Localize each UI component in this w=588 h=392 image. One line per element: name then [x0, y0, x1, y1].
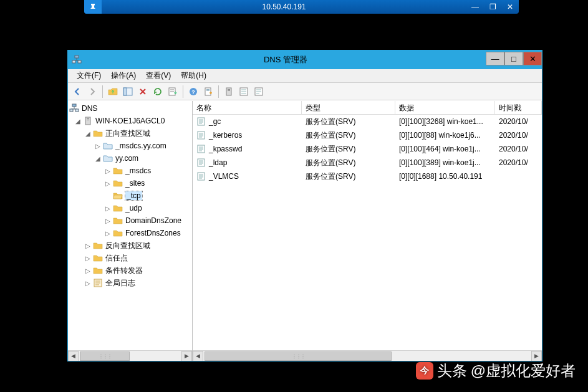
svg-rect-16: [228, 89, 230, 90]
scroll-right-button[interactable]: ▶: [531, 351, 542, 361]
tree-node-forestdnszones[interactable]: ▷ ForestDnsZones: [104, 227, 191, 239]
rdp-close-button[interactable]: ✕: [501, 0, 519, 14]
tree-node-tcp[interactable]: _tcp: [104, 189, 191, 202]
toolbar-refresh-button[interactable]: [151, 85, 165, 98]
scroll-track[interactable]: ⋮⋮⋮: [79, 351, 181, 361]
expander-closed-icon[interactable]: ▷: [84, 267, 92, 274]
expander-closed-icon[interactable]: ▷: [104, 179, 112, 187]
list-body[interactable]: _gc服务位置(SRV)[0][100][3268] win-koe1...20…: [193, 115, 542, 350]
list-row[interactable]: _ldap服务位置(SRV)[0][100][389] win-koe1j...…: [193, 156, 542, 170]
tree-server[interactable]: ◢ WIN-KOE1J6AGCL0: [74, 115, 191, 127]
rdp-pin-button[interactable]: [84, 0, 102, 14]
list-panel: 名称 类型 数据 时间戳 _gc服务位置(SRV)[0][100][3268] …: [193, 101, 542, 361]
scroll-thumb[interactable]: ⋮⋮⋮: [205, 351, 392, 361]
scroll-left-button[interactable]: ◀: [193, 351, 203, 361]
expander-closed-icon[interactable]: ▷: [104, 204, 112, 212]
expander-closed-icon[interactable]: ▷: [84, 279, 92, 287]
tree-node-sites[interactable]: ▷ _sites: [104, 177, 191, 189]
cell-name: _kerberos: [193, 130, 302, 140]
expander-spacer: [104, 192, 112, 199]
cell-type: 服务位置(SRV): [302, 158, 395, 168]
titlebar[interactable]: DNS 管理器 — □ ✕: [68, 50, 542, 69]
column-header-data[interactable]: 数据: [395, 101, 495, 114]
menu-view[interactable]: 查看(V): [141, 69, 176, 82]
toolbar-delete-button[interactable]: [136, 85, 150, 98]
svg-rect-29: [70, 109, 73, 112]
cell-data: [0][100][389] win-koe1j...: [395, 158, 495, 167]
server-icon: [83, 116, 93, 126]
list-row[interactable]: _VLMCS服务位置(SRV)[0][0][1688] 10.50.40.191: [193, 170, 542, 183]
tree-label: 条件转发器: [105, 265, 143, 276]
cell-type: 服务位置(SRV): [302, 144, 395, 155]
window-close-button[interactable]: ✕: [523, 52, 542, 65]
toolbar-show-hide-tree-button[interactable]: [121, 85, 135, 98]
scroll-thumb[interactable]: ⋮⋮⋮: [80, 351, 130, 361]
expander-closed-icon[interactable]: ▷: [104, 229, 112, 237]
scroll-track[interactable]: ⋮⋮⋮: [203, 351, 531, 361]
svg-rect-38: [198, 118, 205, 125]
tree-reverse-zones[interactable]: ▷ 反向查找区域: [84, 239, 191, 252]
list-row[interactable]: _gc服务位置(SRV)[0][100][3268] win-koe1...20…: [193, 115, 542, 128]
column-header-name[interactable]: 名称: [193, 101, 302, 114]
menu-help[interactable]: 帮助(H): [176, 69, 211, 82]
list-row[interactable]: _kerberos服务位置(SRV)[0][100][88] win-koe1j…: [193, 128, 542, 142]
tree-view[interactable]: DNS ◢ WIN-KOE1J6AGCL0 ◢ 正向查找区域: [68, 101, 192, 350]
toolbar-new-record-button[interactable]: [201, 85, 215, 98]
record-icon: [196, 117, 206, 127]
list-hscrollbar[interactable]: ◀ ⋮⋮⋮ ▶: [193, 350, 542, 361]
scroll-right-button[interactable]: ▶: [181, 351, 192, 361]
column-header-timestamp[interactable]: 时间戳: [495, 101, 542, 114]
rdp-minimize-button[interactable]: —: [466, 0, 484, 14]
toolbar-export-button[interactable]: [166, 85, 180, 98]
window-minimize-button[interactable]: —: [486, 52, 504, 65]
watermark-author: @虚拟化爱好者: [471, 361, 576, 381]
tree-node-msdcs[interactable]: ▷ _msdcs: [104, 165, 191, 177]
tree-global-logs[interactable]: ▷ 全局日志: [84, 277, 191, 289]
column-header-type[interactable]: 类型: [302, 101, 395, 114]
dns-root-icon: [69, 103, 79, 113]
expander-open-icon[interactable]: ◢: [84, 130, 92, 137]
toolbar-list-button-1[interactable]: [237, 85, 251, 98]
tree-node-domaindnszones[interactable]: ▷ DomainDnsZone: [104, 214, 191, 227]
folder-icon: [93, 265, 103, 275]
toolbar-help-button[interactable]: ?: [186, 85, 200, 98]
toolbar-forward-button[interactable]: [85, 85, 99, 98]
watermark-logo-icon: 今: [416, 362, 433, 380]
cell-type: 服务位置(SRV): [302, 171, 395, 182]
tree-zone-msdcs[interactable]: ▷ _msdcs.yy.com: [94, 140, 191, 152]
expander-open-icon[interactable]: ◢: [74, 117, 82, 125]
menu-action[interactable]: 操作(A): [106, 69, 141, 82]
expander-closed-icon[interactable]: ▷: [84, 254, 92, 262]
cell-timestamp: 2020/10/: [495, 131, 542, 140]
tree-forward-zones[interactable]: ◢ 正向查找区域: [84, 127, 191, 140]
tree-root-dns[interactable]: DNS: [69, 102, 191, 115]
toolbar-list-button-2[interactable]: [252, 85, 266, 98]
folder-icon: [113, 216, 123, 226]
tree-conditional-forwarders[interactable]: ▷ 条件转发器: [84, 264, 191, 277]
menu-file[interactable]: 文件(F): [72, 69, 106, 82]
window-maximize-button[interactable]: □: [504, 52, 523, 65]
scroll-left-button[interactable]: ◀: [68, 351, 79, 361]
list-detail-icon: [254, 87, 264, 97]
tree-node-udp[interactable]: ▷ _udp: [104, 202, 191, 214]
toolbar-server-button[interactable]: [222, 85, 236, 98]
list-row[interactable]: _kpasswd服务位置(SRV)[0][100][464] win-koe1j…: [193, 142, 542, 156]
expander-closed-icon[interactable]: ▷: [84, 242, 92, 249]
tree-label: 信任点: [105, 253, 128, 264]
folder-up-icon: [108, 87, 118, 97]
expander-open-icon[interactable]: ◢: [94, 155, 102, 162]
tree-hscrollbar[interactable]: ◀ ⋮⋮⋮ ▶: [68, 350, 192, 361]
record-icon: [196, 158, 206, 168]
expander-closed-icon[interactable]: ▷: [94, 142, 102, 150]
svg-rect-3: [72, 60, 75, 63]
folder-icon: [93, 253, 103, 263]
toolbar-separator: [218, 85, 219, 98]
tree-trust-points[interactable]: ▷ 信任点: [84, 252, 191, 264]
expander-closed-icon[interactable]: ▷: [104, 167, 112, 174]
rdp-restore-button[interactable]: ❐: [484, 0, 501, 14]
expander-closed-icon[interactable]: ▷: [104, 217, 112, 224]
toolbar-up-button[interactable]: [106, 85, 120, 98]
record-icon: [196, 144, 206, 154]
toolbar-back-button[interactable]: [70, 85, 84, 98]
tree-zone-yy[interactable]: ◢ yy.com: [94, 152, 191, 165]
